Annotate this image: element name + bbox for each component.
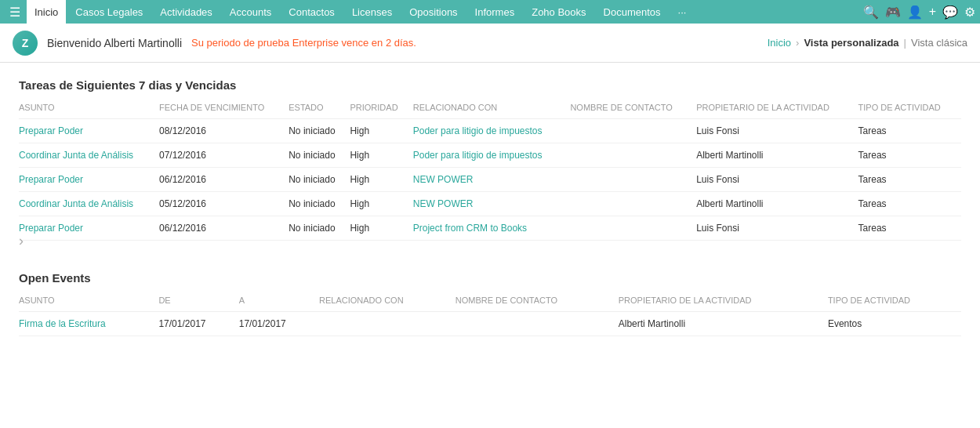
- events-table-header: ASUNTO DE A RELACIONADO CON NOMBRE DE CO…: [19, 296, 961, 312]
- nav-item-actividades[interactable]: Actividades: [152, 0, 220, 24]
- trial-text: Su periodo de prueba Enterprise vence en…: [191, 37, 416, 49]
- task-tipo: Tareas: [858, 168, 961, 192]
- ev-col-de: DE: [158, 296, 238, 312]
- task-contacto: [570, 192, 696, 216]
- ev-col-tipo: TIPO DE ACTIVIDAD: [828, 296, 961, 312]
- event-relacionado: [319, 312, 456, 336]
- search-icon[interactable]: 🔍: [863, 5, 879, 20]
- ev-col-asunto: ASUNTO: [19, 296, 158, 312]
- task-relacionado-link[interactable]: Poder para litigio de impuestos: [413, 150, 543, 161]
- nav-item-documentos[interactable]: Documentos: [596, 0, 669, 24]
- table-row: Preparar Poder 08/12/2016 No iniciado Hi…: [19, 119, 961, 143]
- events-table: ASUNTO DE A RELACIONADO CON NOMBRE DE CO…: [19, 296, 961, 336]
- task-propietario: Luis Fonsi: [696, 119, 858, 143]
- breadcrumb-classic-link[interactable]: Vista clásica: [911, 37, 967, 49]
- task-asunto-link[interactable]: Coordinar Junta de Análisis: [19, 198, 133, 209]
- top-navigation: ☰ Inicio Casos Legales Actividades Accou…: [0, 0, 980, 24]
- task-fecha: 05/12/2016: [159, 192, 289, 216]
- task-propietario: Luis Fonsi: [696, 168, 858, 192]
- breadcrumb: Inicio › Vista personalizada | Vista clá…: [768, 37, 967, 49]
- task-estado: No iniciado: [289, 192, 350, 216]
- breadcrumb-current: Vista personalizada: [804, 37, 898, 49]
- nav-item-informes[interactable]: Informes: [467, 0, 523, 24]
- nav-icons: 🔍 🎮 👤 + 💬 ⚙: [863, 5, 975, 20]
- ev-col-propietario: PROPIETARIO DE LA ACTIVIDAD: [619, 296, 828, 312]
- task-tipo: Tareas: [858, 143, 961, 168]
- task-asunto-link[interactable]: Preparar Poder: [19, 125, 83, 136]
- scroll-right-icon[interactable]: ›: [19, 233, 961, 249]
- task-prioridad: High: [350, 143, 412, 168]
- chat-icon[interactable]: 💬: [942, 5, 958, 20]
- task-tipo: Tareas: [858, 119, 961, 143]
- nav-item-contactos[interactable]: Contactos: [281, 0, 343, 24]
- welcome-text: Bienvenido Alberti Martinolli: [47, 37, 182, 49]
- task-contacto: [570, 143, 696, 168]
- ev-col-a: A: [239, 296, 319, 312]
- game-icon[interactable]: 🎮: [885, 5, 901, 20]
- nav-item-inicio[interactable]: Inicio: [27, 0, 66, 24]
- event-de: 17/01/2017: [158, 312, 238, 336]
- task-propietario: Alberti Martinolli: [696, 143, 858, 168]
- event-asunto-link[interactable]: Firma de la Escritura: [19, 318, 106, 329]
- task-propietario: Alberti Martinolli: [696, 192, 858, 216]
- col-contacto: NOMBRE DE CONTACTO: [570, 103, 696, 119]
- task-fecha: 06/12/2016: [159, 168, 289, 192]
- table-row: Firma de la Escritura 17/01/2017 17/01/2…: [19, 312, 961, 336]
- task-relacionado-link[interactable]: Project from CRM to Books: [413, 223, 527, 234]
- task-contacto: [570, 119, 696, 143]
- events-section-title: Open Events: [19, 271, 961, 285]
- event-a: 17/01/2017: [239, 312, 319, 336]
- tasks-section-title: Tareas de Siguientes 7 dias y Vencidas: [19, 78, 961, 92]
- header-bar: Z Bienvenido Alberti Martinolli Su perio…: [0, 24, 980, 63]
- table-row: Coordinar Junta de Análisis 07/12/2016 N…: [19, 143, 961, 168]
- table-row: Coordinar Junta de Análisis 05/12/2016 N…: [19, 192, 961, 216]
- ev-col-relacionado: RELACIONADO CON: [319, 296, 456, 312]
- tasks-table: ASUNTO FECHA DE VENCIMIENTO ESTADO PRIOR…: [19, 103, 961, 241]
- nav-item-opositions[interactable]: Opositions: [401, 0, 465, 24]
- task-prioridad: High: [350, 168, 412, 192]
- ev-col-contacto: NOMBRE DE CONTACTO: [456, 296, 619, 312]
- nav-item-zohobooks[interactable]: Zoho Books: [524, 0, 593, 24]
- nav-item-casos[interactable]: Casos Legales: [67, 0, 151, 24]
- col-tipo: TIPO DE ACTIVIDAD: [858, 103, 961, 119]
- breadcrumb-separator: ›: [796, 37, 799, 49]
- task-fecha: 07/12/2016: [159, 143, 289, 168]
- settings-icon[interactable]: ⚙: [964, 5, 975, 20]
- task-tipo: Tareas: [858, 192, 961, 216]
- main-content: Tareas de Siguientes 7 dias y Vencidas A…: [0, 63, 980, 428]
- event-tipo: Eventos: [828, 312, 961, 336]
- event-contacto: [456, 312, 619, 336]
- breadcrumb-separator2: |: [904, 37, 906, 49]
- col-propietario: PROPIETARIO DE LA ACTIVIDAD: [696, 103, 858, 119]
- task-relacionado-link[interactable]: NEW POWER: [413, 174, 474, 185]
- tasks-table-wrapper: ASUNTO FECHA DE VENCIMIENTO ESTADO PRIOR…: [19, 103, 961, 249]
- task-relacionado-link[interactable]: NEW POWER: [413, 198, 474, 209]
- col-asunto: ASUNTO: [19, 103, 159, 119]
- hamburger-icon[interactable]: ☰: [5, 5, 25, 20]
- nav-item-licenses[interactable]: Licenses: [344, 0, 400, 24]
- user-icon[interactable]: 👤: [907, 5, 923, 20]
- task-fecha: 08/12/2016: [159, 119, 289, 143]
- task-estado: No iniciado: [289, 119, 350, 143]
- event-propietario: Alberti Martinolli: [619, 312, 828, 336]
- task-prioridad: High: [350, 119, 412, 143]
- task-asunto-link[interactable]: Preparar Poder: [19, 223, 83, 234]
- app-logo: Z: [13, 31, 38, 56]
- tasks-table-header: ASUNTO FECHA DE VENCIMIENTO ESTADO PRIOR…: [19, 103, 961, 119]
- task-contacto: [570, 168, 696, 192]
- col-relacionado: RELACIONADO CON: [413, 103, 571, 119]
- col-prioridad: PRIORIDAD: [350, 103, 412, 119]
- add-icon[interactable]: +: [929, 5, 936, 19]
- task-prioridad: High: [350, 192, 412, 216]
- task-asunto-link[interactable]: Preparar Poder: [19, 174, 83, 185]
- col-fecha: FECHA DE VENCIMIENTO: [159, 103, 289, 119]
- task-relacionado-link[interactable]: Poder para litigio de impuestos: [413, 125, 543, 136]
- col-estado: ESTADO: [289, 103, 350, 119]
- task-estado: No iniciado: [289, 168, 350, 192]
- table-row: Preparar Poder 06/12/2016 No iniciado Hi…: [19, 168, 961, 192]
- task-asunto-link[interactable]: Coordinar Junta de Análisis: [19, 150, 133, 161]
- breadcrumb-home[interactable]: Inicio: [768, 37, 791, 49]
- task-estado: No iniciado: [289, 143, 350, 168]
- nav-item-accounts[interactable]: Accounts: [222, 0, 279, 24]
- nav-item-more[interactable]: ···: [670, 0, 695, 24]
